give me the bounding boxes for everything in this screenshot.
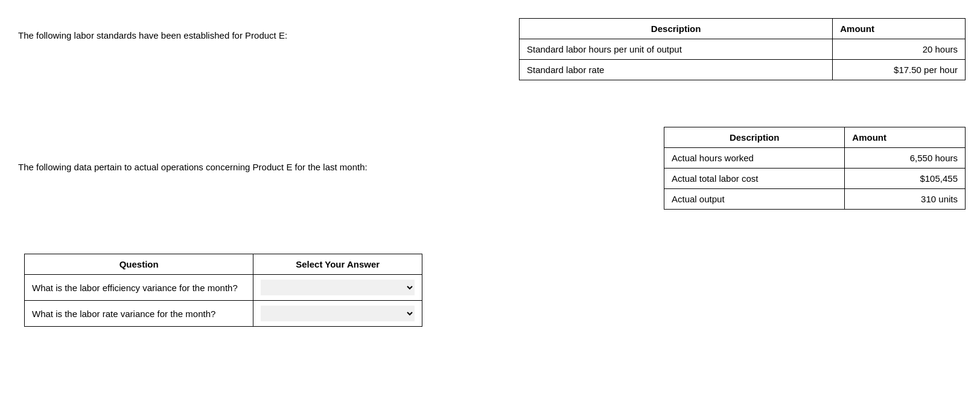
table-actual: Description Amount Actual hours worked 6… bbox=[664, 127, 966, 210]
table-row: Actual output 310 units bbox=[664, 189, 966, 210]
standards-row2-amount: $17.50 per hour bbox=[833, 60, 966, 80]
question-row1-answer-cell bbox=[253, 275, 422, 301]
question-row2-text: What is the labor rate variance for the … bbox=[25, 301, 253, 327]
table-row: Actual hours worked 6,550 hours bbox=[664, 148, 966, 169]
standards-row1-desc: Standard labor hours per unit of output bbox=[520, 39, 833, 60]
labor-efficiency-variance-select[interactable] bbox=[261, 280, 415, 295]
labor-rate-variance-select[interactable] bbox=[261, 306, 415, 321]
actual-row3-desc: Actual output bbox=[664, 189, 845, 210]
intro-text-2: The following data pertain to actual ope… bbox=[18, 162, 368, 172]
table-row: What is the labor efficiency variance fo… bbox=[25, 275, 422, 301]
actual-row1-desc: Actual hours worked bbox=[664, 148, 845, 169]
question-row1-text: What is the labor efficiency variance fo… bbox=[25, 275, 253, 301]
table-row: Standard labor rate $17.50 per hour bbox=[520, 60, 966, 80]
table-row: Actual total labor cost $105,455 bbox=[664, 169, 966, 189]
questions-header-answer: Select Your Answer bbox=[253, 254, 422, 275]
actual-row1-amount: 6,550 hours bbox=[845, 148, 966, 169]
standards-header-amount: Amount bbox=[833, 19, 966, 39]
actual-row2-amount: $105,455 bbox=[845, 169, 966, 189]
actual-row3-amount: 310 units bbox=[845, 189, 966, 210]
standards-row1-amount: 20 hours bbox=[833, 39, 966, 60]
question-row2-answer-cell bbox=[253, 301, 422, 327]
page-container: The following labor standards have been … bbox=[12, 12, 968, 383]
intro-text-1: The following labor standards have been … bbox=[18, 30, 287, 40]
standards-row2-desc: Standard labor rate bbox=[520, 60, 833, 80]
actual-header-amount: Amount bbox=[845, 127, 966, 148]
table-row: What is the labor rate variance for the … bbox=[25, 301, 422, 327]
actual-header-description: Description bbox=[664, 127, 845, 148]
actual-row2-desc: Actual total labor cost bbox=[664, 169, 845, 189]
standards-header-description: Description bbox=[520, 19, 833, 39]
table-row: Standard labor hours per unit of output … bbox=[520, 39, 966, 60]
table-questions: Question Select Your Answer What is the … bbox=[24, 254, 422, 327]
questions-header-question: Question bbox=[25, 254, 253, 275]
table-standards: Description Amount Standard labor hours … bbox=[519, 18, 966, 80]
